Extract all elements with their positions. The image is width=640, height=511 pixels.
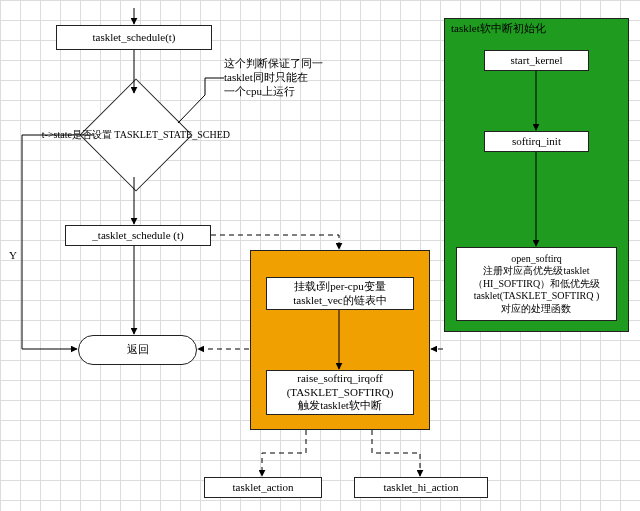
node-decision: t->state是否设置 TASKLET_STATE_SCHED — [79, 78, 192, 191]
node-return: 返回 — [78, 335, 197, 365]
node-orange-enqueue: 挂载t到per-cpu变量 tasklet_vec的链表中 — [266, 277, 414, 310]
node-tasklet-schedule: tasklet_schedule(t) — [56, 25, 212, 50]
node-tasklet-hi-action: tasklet_hi_action — [354, 477, 488, 498]
node-decision-label: t->state是否设置 TASKLET_STATE_SCHED — [42, 129, 230, 142]
node-underscore-tasklet-schedule: _tasklet_schedule (t) — [65, 225, 211, 246]
node-softirq-init: softirq_init — [484, 131, 589, 152]
node-tasklet-action: tasklet_action — [204, 477, 322, 498]
note-label: 这个判断保证了同一 tasklet同时只能在 一个cpu上运行 — [224, 57, 359, 98]
green-group-title: tasklet软中断初始化 — [451, 21, 546, 36]
node-start-kernel: start_kernel — [484, 50, 589, 71]
edge-label-y: Y — [9, 249, 17, 261]
node-open-softirq: open_softirq 注册对应高优先级tasklet （HI_SOFTIRQ… — [456, 247, 617, 321]
node-orange-raise: raise_softirq_irqoff (TASKLET_SOFTIRQ) 触… — [266, 370, 414, 415]
